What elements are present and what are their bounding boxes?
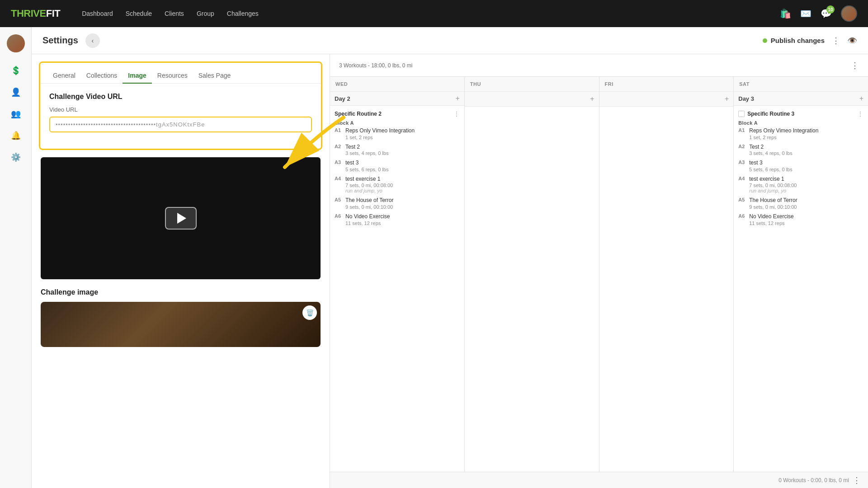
routine-card-wed-1: Specific Routine 2 ⋮ Block A A1 Reps Onl… (335, 110, 460, 226)
exercise-item: A6 No Video Exercise 11 sets, 12 reps (738, 213, 863, 226)
bottom-workouts-info: 0 Workouts - 0:00, 0 lbs, 0 mi (778, 477, 849, 483)
tab-image[interactable]: Image (123, 68, 151, 84)
app-body: 💲 👤 👥 🔔 ⚙️ Settings ‹ Publish changes ⋮ … (0, 27, 868, 488)
exercise-item: A3 test 3 5 sets, 6 reps, 0 lbs (738, 160, 863, 172)
mail-icon-button[interactable]: ✉️ (800, 8, 811, 19)
day-header-sat: SAT (734, 77, 868, 92)
exercise-item: A3 test 3 5 sets, 6 reps, 0 lbs (335, 160, 460, 172)
day-header-wed: WED (330, 77, 464, 92)
routine-checkbox-sat-1[interactable] (738, 111, 745, 117)
top-navigation: THRIVEFIT Dashboard Schedule Clients Gro… (0, 0, 868, 27)
more-options-button[interactable]: ⋮ (832, 36, 840, 46)
preview-button[interactable]: 👁️ (847, 36, 857, 46)
nav-schedule[interactable]: Schedule (126, 10, 152, 17)
add-day-sat[interactable]: + (859, 94, 863, 103)
url-input-wrapper[interactable] (49, 117, 312, 132)
challenge-image-container: 🗑️ (41, 302, 321, 347)
day-name-wed: WED (335, 81, 348, 87)
add-day-thu[interactable]: + (590, 95, 594, 103)
publish-button[interactable]: Publish changes (763, 37, 825, 44)
day-name-fri: FRI (605, 81, 613, 87)
settings-actions: Publish changes ⋮ 👁️ (763, 36, 857, 46)
user-avatar[interactable] (841, 5, 857, 22)
tab-collections[interactable]: Collections (81, 68, 123, 84)
schedule-more-button[interactable]: ⋮ (851, 61, 859, 70)
day-name-thu: THU (470, 81, 481, 87)
exercise-item: A4 test exercise 1 7 sets, 0 mi, 00:08:0… (738, 176, 863, 194)
tabs-bar: General Collections Image Resources Sale… (40, 63, 321, 84)
section-title: Challenge Video URL (49, 93, 312, 101)
day-col-sat: SAT Day 3 + Specific Routine 3 ⋮ (734, 77, 868, 472)
exercise-item: A5 The House of Terror 9 sets, 0 mi, 00:… (738, 197, 863, 210)
routine-name-sat-1: Specific Routine 3 (747, 111, 854, 117)
tab-sales-page[interactable]: Sales Page (193, 68, 236, 84)
chat-icon-button[interactable]: 💬 10 (821, 8, 832, 19)
day-number-sat: Day 3 (738, 95, 754, 102)
exercise-item: A2 Test 2 3 sets, 4 reps, 0 lbs (738, 144, 863, 156)
routine-name-wed-1: Specific Routine 2 (335, 111, 451, 117)
day-col-fri: FRI + (599, 77, 734, 472)
sidebar-avatar (7, 34, 25, 52)
sidebar-icon-person[interactable]: 👤 (7, 83, 25, 101)
settings-title: Settings (42, 35, 78, 46)
day-name-sat: SAT (739, 81, 750, 87)
main-content: Settings ‹ Publish changes ⋮ 👁️ (32, 27, 868, 488)
back-button[interactable]: ‹ (85, 33, 100, 48)
publish-status-dot (763, 38, 767, 43)
video-player (41, 157, 321, 279)
nav-dashboard[interactable]: Dashboard (82, 10, 113, 17)
day-number-wed: Day 2 (335, 95, 350, 102)
tab-resources[interactable]: Resources (152, 68, 193, 84)
settings-header: Settings ‹ Publish changes ⋮ 👁️ (32, 27, 868, 54)
nav-challenges[interactable]: Challenges (227, 10, 259, 17)
exercise-item: A1 Reps Only Vimeo Integration 1 set, 2 … (738, 127, 863, 140)
exercise-item: A1 Reps Only Vimeo Integration 1 set, 2 … (335, 127, 460, 140)
block-title-wed-1: Block A (335, 120, 460, 126)
sidebar-icon-settings[interactable]: ⚙️ (7, 148, 25, 166)
sidebar: 💲 👤 👥 🔔 ⚙️ (0, 27, 32, 488)
bottom-more-button[interactable]: ⋮ (853, 475, 861, 485)
video-url-input[interactable] (56, 121, 306, 128)
day-header-thu: THU (465, 77, 599, 92)
nav-icon-group: 🛍️ ✉️ 💬 10 (780, 5, 857, 22)
block-title-sat-1: Block A (738, 120, 863, 126)
sidebar-icon-group[interactable]: 👥 (7, 105, 25, 123)
exercise-item: A2 Test 2 3 sets, 4 reps, 0 lbs (335, 144, 460, 156)
play-triangle-icon (177, 213, 186, 224)
tab-general[interactable]: General (47, 68, 81, 84)
content-area: General Collections Image Resources Sale… (32, 54, 868, 488)
nav-links: Dashboard Schedule Clients Group Challen… (82, 10, 765, 17)
highlight-box: General Collections Image Resources Sale… (39, 61, 322, 150)
schedule-bottom-bar: 0 Workouts - 0:00, 0 lbs, 0 mi ⋮ (330, 472, 868, 488)
play-button[interactable] (165, 207, 197, 230)
routine-menu-wed-1[interactable]: ⋮ (453, 110, 460, 117)
nav-group[interactable]: Group (197, 10, 214, 17)
exercise-item: A5 The House of Terror 9 sets, 0 mi, 00:… (335, 197, 460, 210)
schedule-top-bar: 3 Workouts - 18:00, 0 lbs, 0 mi ⋮ (330, 54, 868, 77)
bag-icon-button[interactable]: 🛍️ (780, 8, 791, 19)
settings-panel: General Collections Image Resources Sale… (32, 54, 330, 488)
add-day-wed[interactable]: + (455, 94, 459, 103)
exercise-item: A4 test exercise 1 7 sets, 0 mi, 00:08:0… (335, 176, 460, 194)
delete-image-button[interactable]: 🗑️ (302, 305, 317, 320)
schedule-panel: 3 Workouts - 18:00, 0 lbs, 0 mi ⋮ WED Da… (330, 54, 868, 488)
day-header-fri: FRI (599, 77, 734, 92)
add-day-fri[interactable]: + (725, 95, 729, 103)
top-workouts-info: 3 Workouts - 18:00, 0 lbs, 0 mi (339, 62, 413, 69)
sidebar-icon-bell[interactable]: 🔔 (7, 127, 25, 145)
notification-badge: 10 (826, 5, 835, 14)
routine-card-sat-1: Specific Routine 3 ⋮ Block A A1 Reps Onl… (738, 110, 863, 226)
sidebar-icon-dollar[interactable]: 💲 (7, 61, 25, 80)
challenge-image-title: Challenge image (41, 288, 321, 296)
day-col-wed: WED Day 2 + Specific Routine 2 ⋮ (330, 77, 465, 472)
publish-label: Publish changes (771, 37, 825, 44)
nav-clients[interactable]: Clients (165, 10, 184, 17)
day-col-thu: THU + (465, 77, 599, 472)
day-columns: WED Day 2 + Specific Routine 2 ⋮ (330, 77, 868, 472)
panel-inner: Challenge Video URL Video URL (40, 84, 321, 149)
routine-menu-sat-1[interactable]: ⋮ (857, 110, 863, 117)
day-content-sat: Specific Routine 3 ⋮ Block A A1 Reps Onl… (734, 106, 868, 472)
day-content-fri (599, 107, 734, 472)
day-content-thu (465, 107, 599, 472)
day-content-wed: Specific Routine 2 ⋮ Block A A1 Reps Onl… (330, 106, 464, 472)
